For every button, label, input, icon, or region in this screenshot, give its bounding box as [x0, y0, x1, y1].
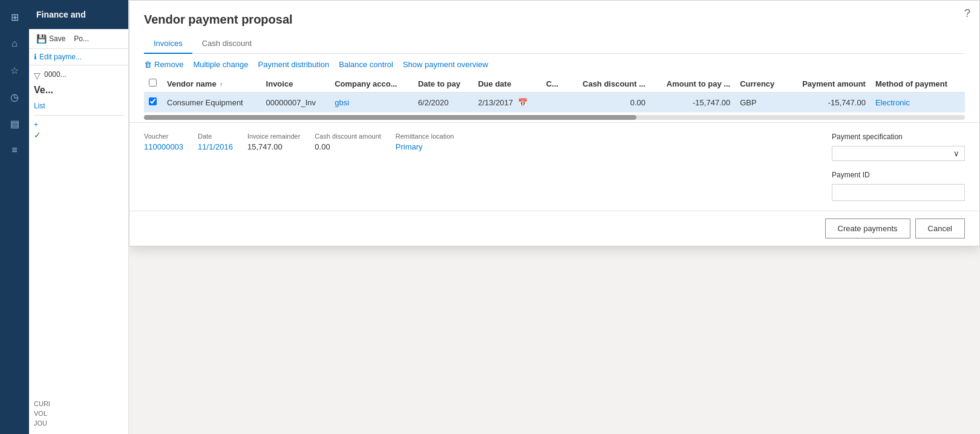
sort-arrow-vendor: ↑: [220, 81, 223, 88]
row-method-of-payment[interactable]: Electronic: [871, 93, 965, 113]
payment-id-label: Payment ID: [832, 171, 965, 179]
invoice-table: Vendor name ↑ Invoice Company acco... Da…: [144, 75, 965, 113]
dialog-footer: Create payments Cancel: [129, 211, 979, 246]
section-title: Ve...: [34, 85, 123, 96]
col-vendor-name: Vendor name ↑: [162, 75, 261, 93]
left-section-curi: CURI: [34, 400, 123, 407]
col-invoice: Invoice: [261, 75, 330, 93]
scrollbar-thumb[interactable]: [144, 115, 636, 120]
multiple-change-action[interactable]: Multiple change: [193, 60, 248, 69]
remittance-location-label: Remittance location: [396, 133, 454, 140]
remittance-location-group: Remittance location Primary: [396, 133, 454, 201]
home-icon[interactable]: ⌂: [2, 31, 27, 56]
dialog-toolbar: 🗑 Remove Multiple change Payment distrib…: [129, 54, 979, 75]
row-payment-amount: -15,747.00: [786, 93, 871, 113]
save-button[interactable]: 💾 Save: [34, 33, 68, 45]
left-toolbar: 💾 Save Po...: [29, 29, 128, 49]
cash-discount-amount-label: Cash discount amount: [315, 133, 381, 140]
left-panel: Finance and 💾 Save Po... ℹ Edit payme...…: [29, 0, 129, 434]
create-payments-button[interactable]: Create payments: [825, 219, 910, 238]
row-checkbox-cell[interactable]: [144, 93, 162, 113]
sidebar-nav: ⊞ ⌂ ☆ ◷ ▤ ≡: [0, 0, 29, 434]
voucher-label: Voucher: [144, 133, 183, 140]
row-checkbox[interactable]: [149, 97, 157, 105]
payment-specification-group: Payment specification ∨: [832, 133, 965, 161]
edit-payment-button[interactable]: ℹ Edit payme...: [29, 49, 128, 65]
voucher-value[interactable]: 110000003: [144, 142, 183, 151]
row-vendor-name: Consumer Equipment: [162, 93, 261, 113]
list-icon[interactable]: ≡: [2, 138, 27, 162]
voucher-group: Voucher 110000003: [144, 133, 183, 201]
tab-cash-discount[interactable]: Cash discount: [192, 34, 261, 54]
col-payment-amount: Payment amount: [786, 75, 871, 93]
filter-id: 0000...: [44, 70, 67, 79]
app-title-text: Finance and: [36, 10, 86, 19]
date-label: Date: [198, 133, 233, 140]
row-due-date: 2/13/2017 📅: [473, 93, 541, 113]
show-payment-overview-action[interactable]: Show payment overview: [403, 60, 488, 69]
dialog-title: Vendor payment proposal: [144, 13, 965, 27]
balance-control-action[interactable]: Balance control: [339, 60, 393, 69]
col-due-date: Due date: [473, 75, 541, 93]
col-c: C...: [541, 75, 567, 93]
select-all-checkbox[interactable]: [149, 79, 157, 87]
invoice-remainder-value: 15,747.00: [247, 142, 300, 151]
row-invoice: 00000007_Inv: [261, 93, 330, 113]
col-date-to-pay: Date to pay: [413, 75, 473, 93]
remove-icon: 🗑: [144, 60, 152, 69]
row-cash-discount: 0.00: [567, 93, 651, 113]
details-section: Voucher 110000003 Date 11/1/2016 Invoice…: [129, 122, 979, 211]
list-item[interactable]: List: [34, 100, 123, 111]
payment-specification-label: Payment specification: [832, 133, 965, 141]
tab-invoices[interactable]: Invoices: [144, 34, 192, 54]
payment-specification-select[interactable]: ∨: [832, 146, 965, 161]
row-date-to-pay: 6/2/2020: [413, 93, 473, 113]
calendar-icon[interactable]: 📅: [518, 98, 528, 107]
horizontal-scrollbar[interactable]: [144, 115, 965, 120]
check-icon: ✓: [34, 130, 41, 140]
left-content: ▽ 0000... Ve... List + ✓: [29, 65, 128, 395]
invoice-table-container: Vendor name ↑ Invoice Company acco... Da…: [129, 75, 979, 113]
row-company-account[interactable]: gbsi: [330, 93, 413, 113]
row-currency: GBP: [735, 93, 786, 113]
star-icon[interactable]: ☆: [2, 58, 27, 82]
cancel-button[interactable]: Cancel: [915, 219, 965, 238]
info-icon: ℹ: [34, 53, 37, 61]
cash-discount-amount-group: Cash discount amount 0.00: [315, 133, 381, 201]
clock-icon[interactable]: ◷: [2, 85, 27, 109]
col-company-account: Company acco...: [330, 75, 413, 93]
save-icon: 💾: [36, 34, 47, 44]
table-row[interactable]: Consumer Equipment 00000007_Inv gbsi 6/2…: [144, 93, 965, 113]
grid-icon[interactable]: ⊞: [2, 5, 27, 29]
filter-icon[interactable]: ▽: [34, 71, 41, 81]
left-section-vol: VOL: [34, 410, 123, 417]
invoice-remainder-label: Invoice remainder: [247, 133, 300, 140]
col-amount-to-pay: Amount to pay ...: [650, 75, 735, 93]
row-amount-to-pay: -15,747.00: [650, 93, 735, 113]
date-group: Date 11/1/2016: [198, 133, 233, 201]
col-checkbox: [144, 75, 162, 93]
row-c: [541, 93, 567, 113]
payment-id-input[interactable]: [832, 184, 965, 201]
col-cash-discount: Cash discount ...: [567, 75, 651, 93]
dialog-tabs: Invoices Cash discount: [144, 34, 965, 54]
remove-action[interactable]: 🗑 Remove: [144, 60, 183, 69]
invoice-remainder-group: Invoice remainder 15,747.00: [247, 133, 300, 201]
post-button[interactable]: Po...: [71, 33, 91, 44]
cash-discount-amount-value: 0.00: [315, 142, 381, 151]
left-section-jou: JOU: [34, 419, 123, 427]
remittance-location-value[interactable]: Primary: [396, 142, 454, 151]
filter-row: ▽ 0000...: [34, 70, 123, 81]
date-value[interactable]: 11/1/2016: [198, 142, 233, 151]
add-button[interactable]: +: [34, 119, 38, 130]
payment-id-group: Payment ID: [832, 171, 965, 201]
chart-icon[interactable]: ▤: [2, 111, 27, 136]
col-currency: Currency: [735, 75, 786, 93]
dialog-header: Vendor payment proposal Invoices Cash di…: [129, 1, 979, 54]
help-icon[interactable]: ?: [964, 7, 970, 20]
payment-distribution-action[interactable]: Payment distribution: [258, 60, 329, 69]
vendor-payment-dialog: Vendor payment proposal Invoices Cash di…: [129, 0, 980, 246]
app-title: Finance and: [29, 0, 128, 29]
chevron-down-icon: ∨: [953, 149, 959, 158]
left-bottom: CURI VOL JOU: [29, 395, 128, 434]
